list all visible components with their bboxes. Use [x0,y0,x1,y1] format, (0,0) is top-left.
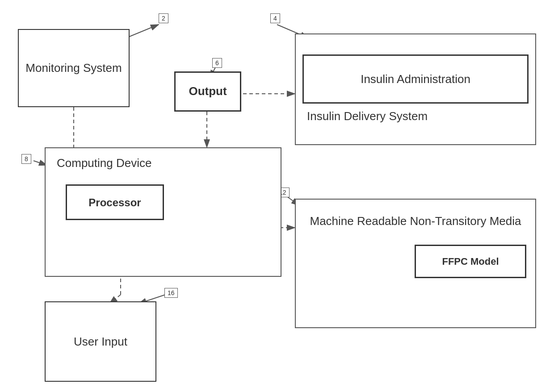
ref-label-16: 16 [164,288,178,298]
ffpc-model-label: FFPC Model [442,255,499,268]
diagram-container: 2 4 6 8 10 12 14 16 Monitoring System Ou… [0,0,554,392]
user-input-label: User Input [74,334,127,350]
ref-label-4: 4 [270,13,280,23]
ref-label-2: 2 [159,13,168,23]
ffpc-model-box: FFPC Model [415,245,526,278]
ref-label-8: 8 [21,154,31,164]
insulin-delivery-label: Insulin Delivery System [307,109,428,123]
machine-readable-box: Machine Readable Non-Transitory Media FF… [295,199,536,328]
machine-readable-label: Machine Readable Non-Transitory Media [310,213,521,229]
ref-label-6: 6 [212,58,222,68]
computing-device-box: Computing Device Processor [45,147,281,277]
computing-device-label: Computing Device [57,155,151,171]
insulin-admin-label: Insulin Administration [361,71,470,87]
output-label: Output [189,84,227,99]
output-box: Output [174,71,241,112]
monitoring-system-label: Monitoring System [25,60,122,76]
processor-box: Processor [66,184,164,220]
user-input-box: User Input [45,301,156,382]
monitoring-system-box: Monitoring System [18,29,130,107]
insulin-delivery-outer-box: Insulin Administration Insulin Delivery … [295,33,536,145]
insulin-admin-box: Insulin Administration [302,54,529,104]
processor-label: Processor [88,196,141,209]
